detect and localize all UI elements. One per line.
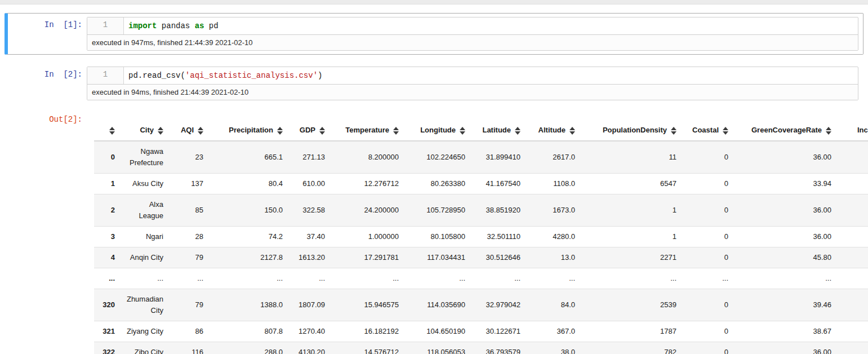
column-header-latitude[interactable]: Latitude (470, 120, 525, 141)
table-cell: 37.40 (287, 227, 330, 247)
column-label: PopulationDensity (603, 126, 667, 134)
table-cell (836, 141, 868, 174)
code-token-kw: import (128, 21, 157, 30)
line-number-2: 1 (87, 67, 124, 84)
table-cell (836, 289, 868, 321)
table-row: 0Ngawa Prefecture23665.1271.138.20000010… (94, 141, 868, 174)
column-header-coastal[interactable]: Coastal (681, 120, 733, 141)
code-token-kw: as (195, 21, 204, 30)
table-cell: ... (330, 268, 403, 289)
line-number-1: 1 (87, 17, 124, 34)
code-editor-1[interactable]: import pandas as pd (124, 17, 858, 34)
table-cell: 322.58 (287, 194, 330, 227)
table-cell: 80.263380 (403, 174, 470, 194)
table-cell: ... (681, 268, 733, 289)
column-header-city[interactable]: City (119, 120, 168, 141)
table-cell: 8.200000 (330, 141, 403, 174)
row-index: 322 (94, 342, 119, 354)
table-cell: 79 (168, 289, 208, 321)
column-header-aqi[interactable]: AQI (168, 120, 208, 141)
sort-icon (569, 127, 575, 135)
column-header-longitude[interactable]: Longitude (403, 120, 470, 141)
code-token-plain: pd (204, 21, 218, 30)
table-row: 2Alxa League85150.0322.5824.200000105.72… (94, 194, 868, 227)
table-cell: ... (168, 268, 208, 289)
sort-icon (277, 127, 283, 135)
code-cell-2[interactable]: In [2]: 1 pd.read_csv('aqi_statistic_ana… (5, 63, 863, 104)
table-row: 1Aksu City13780.4610.0012.27671280.26338… (94, 174, 868, 194)
table-cell: 32.501110 (470, 227, 525, 247)
table-cell: ... (525, 268, 580, 289)
table-cell: 118.056053 (403, 342, 470, 354)
row-index: 2 (94, 194, 119, 227)
column-label: GDP (300, 126, 315, 134)
code-token-plain: pd.read_csv( (128, 71, 185, 80)
table-cell: 610.00 (287, 174, 330, 194)
table-cell: ... (733, 268, 836, 289)
table-row: 322Zibo City116288.04130.2014.576712118.… (94, 342, 868, 354)
table-cell: 1.000000 (330, 227, 403, 247)
table-cell: 1270.40 (287, 321, 330, 342)
table-cell: Ziyang City (119, 321, 168, 342)
output-area: Out[2]: CityAQIPrecipitationGDPTemperatu… (5, 112, 868, 354)
input-prompt-2: In [2]: (8, 67, 87, 79)
column-label: GreenCoverageRate (751, 126, 822, 134)
code-token-plain: ) (318, 71, 322, 80)
sort-icon (393, 127, 399, 135)
table-cell: 80.4 (208, 174, 287, 194)
table-cell: 288.0 (208, 342, 287, 354)
column-header-temperature[interactable]: Temperature (330, 120, 403, 141)
code-cell-1[interactable]: In [1]: 1 import pandas as pd executed i… (5, 13, 863, 55)
column-header-populationdensity[interactable]: PopulationDensity (580, 120, 681, 141)
column-header-precipitation[interactable]: Precipitation (208, 120, 287, 141)
table-cell: 31.899410 (470, 141, 525, 174)
table-cell: ... (580, 268, 681, 289)
table-cell: Zibo City (119, 342, 168, 354)
table-cell: 32.979042 (470, 289, 525, 321)
row-index: 321 (94, 321, 119, 342)
table-cell: 2127.8 (208, 247, 287, 268)
row-index: 4 (94, 247, 119, 268)
table-row: .................................... (94, 268, 868, 289)
code-token-str: 'aqi_statistic_analysis.csv' (185, 71, 318, 80)
table-cell: 1108.0 (525, 174, 580, 194)
table-cell: Aksu City (119, 174, 168, 194)
column-header-incin[interactable]: Incin (836, 120, 868, 141)
code-row-2: 1 pd.read_csv('aqi_statistic_analysis.cs… (87, 67, 858, 84)
table-cell: 1787 (580, 321, 681, 342)
input-prompt-1: In [1]: (8, 17, 87, 29)
column-label: Temperature (345, 126, 389, 134)
header-row: CityAQIPrecipitationGDPTemperatureLongit… (94, 120, 868, 141)
row-index: 3 (94, 227, 119, 247)
table-cell: 1 (580, 227, 681, 247)
column-header-gdp[interactable]: GDP (287, 120, 330, 141)
code-editor-2[interactable]: pd.read_csv('aqi_statistic_analysis.csv'… (124, 67, 858, 84)
column-header-greencoveragerate[interactable]: GreenCoverageRate (733, 120, 836, 141)
table-cell: 1807.09 (287, 289, 330, 321)
table-cell: 16.182192 (330, 321, 403, 342)
table-cell: 24.200000 (330, 194, 403, 227)
sort-icon (515, 127, 520, 135)
table-cell: 105.728950 (403, 194, 470, 227)
table-cell (836, 342, 868, 354)
table-cell: 28 (168, 227, 208, 247)
table-cell: 1 (580, 194, 681, 227)
table-cell: 0 (681, 342, 733, 354)
output-prompt: Out[2]: (8, 112, 87, 124)
code-token-plain: pandas (157, 21, 194, 30)
column-header-altitude[interactable]: Altitude (525, 120, 580, 141)
table-cell: 30.512646 (470, 247, 525, 268)
table-cell: 114.035690 (403, 289, 470, 321)
table-cell: 84.0 (525, 289, 580, 321)
table-cell: Alxa League (119, 194, 168, 227)
table-cell: 36.00 (733, 342, 836, 354)
column-label: Latitude (482, 126, 511, 134)
sort-icon (826, 127, 831, 135)
table-cell: 2539 (580, 289, 681, 321)
column-label: Altitude (538, 126, 566, 134)
table-cell: 150.0 (208, 194, 287, 227)
table-cell: 137 (168, 174, 208, 194)
column-header-index[interactable] (94, 120, 119, 141)
sort-icon (319, 127, 325, 135)
table-cell: ... (119, 268, 168, 289)
